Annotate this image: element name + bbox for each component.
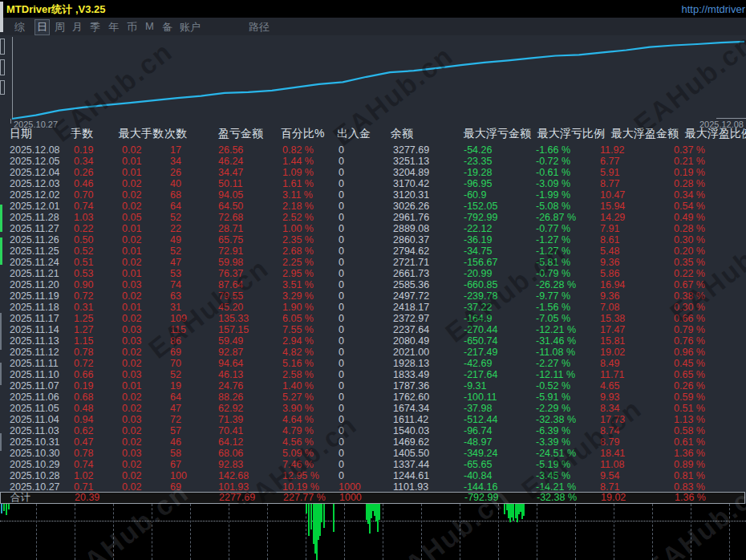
table-cell: -2.29 % xyxy=(536,403,570,414)
table-cell: 0.94 xyxy=(74,414,93,425)
table-row[interactable]: 2025.12.080.190.021726.560.82 %03277.69-… xyxy=(0,144,746,156)
table-cell: 0.62 xyxy=(74,425,93,436)
table-header-row: 日期手数最大手数次数盈亏金额百分比%出入金余额最大浮亏金额最大浮亏比例最大浮盈金… xyxy=(0,127,746,143)
table-cell: 0.22 % xyxy=(674,268,705,279)
table-row[interactable]: 2025.12.010.740.026464.502.18 %03026.26-… xyxy=(0,201,746,212)
table-cell: 2.18 % xyxy=(282,201,314,212)
table-row[interactable]: 2025.11.141.270.03115157.157.55 %02237.6… xyxy=(0,324,746,335)
table-cell: 72 xyxy=(170,414,181,425)
table-cell: 0.02 xyxy=(122,234,141,246)
table-row[interactable]: 2025.10.310.470.024664.124.56 %01469.62-… xyxy=(0,436,746,448)
drawdown-bar xyxy=(323,504,325,528)
table-cell: 0 xyxy=(339,335,344,347)
table-cell: -144.16 xyxy=(464,481,497,493)
table-cell: 0.05 xyxy=(122,212,141,223)
table-row[interactable]: 2025.11.120.780.026992.874.82 %02021.00-… xyxy=(0,347,746,358)
table-cell: 68 xyxy=(170,189,181,201)
table-row[interactable]: 2025.12.030.460.024050.111.61 %03170.42-… xyxy=(0,178,746,189)
gridline xyxy=(344,504,345,560)
table-cell: 2.58 % xyxy=(282,369,314,380)
table-cell: -96.95 xyxy=(464,178,492,189)
table-cell: -40.84 xyxy=(464,470,492,481)
menu-item-币[interactable]: 币 xyxy=(127,20,137,34)
table-cell: 53 xyxy=(170,268,181,279)
table-row[interactable]: 2025.12.040.260.012634.471.09 %03204.89-… xyxy=(0,167,746,178)
table-cell: 64 xyxy=(170,201,181,212)
column-header: 次数 xyxy=(164,127,187,141)
table-row[interactable]: 2025.10.290.740.026792.837.46 %01337.44-… xyxy=(0,459,746,470)
table-cell: 86 xyxy=(170,335,181,347)
column-header: 最大浮盈比例 xyxy=(685,127,746,141)
table-row[interactable]: 2025.11.060.680.026488.265.27 %01762.60-… xyxy=(0,392,746,403)
table-cell: 3.51 % xyxy=(282,279,314,290)
table-cell: 135.33 xyxy=(218,313,249,324)
menu-item-周[interactable]: 周 xyxy=(55,20,65,34)
column-header: 最大浮亏比例 xyxy=(537,127,605,141)
table-row[interactable]: 2025.11.210.530.015376.372.95 %02661.73-… xyxy=(0,268,746,279)
table-row[interactable]: 2025.11.270.220.012228.711.00 %02889.08-… xyxy=(0,223,746,234)
table-cell: 0 xyxy=(339,189,344,201)
total-cell: 2277.69 xyxy=(219,493,255,503)
menu-item-月[interactable]: 月 xyxy=(72,20,83,34)
table-cell: -96.74 xyxy=(464,425,492,436)
table-cell: 4.82 % xyxy=(282,347,314,358)
menu-item-综[interactable]: 综 xyxy=(14,20,25,34)
table-row[interactable]: 2025.12.050.340.013446.241.44 %03251.13-… xyxy=(0,156,746,167)
menu-item-M[interactable]: M xyxy=(145,20,154,32)
table-cell: 6.77 xyxy=(600,156,619,167)
table-row[interactable]: 2025.11.250.520.015272.912.68 %02794.62-… xyxy=(0,246,746,257)
table-cell: -0.72 % xyxy=(536,156,570,167)
table-cell: 59.49 xyxy=(218,335,243,347)
website-link[interactable]: http://mtdriver xyxy=(682,3,745,15)
table-cell: 0.21 % xyxy=(674,156,705,167)
table-cell: 0 xyxy=(339,358,344,369)
table-cell: 3026.26 xyxy=(393,201,429,212)
menu-item-路径[interactable]: 路径 xyxy=(249,20,270,34)
total-row[interactable]: 合计20.392277.69227.77 %1000-792.99-32.38 … xyxy=(0,492,745,504)
table-cell: 59.98 xyxy=(218,257,243,268)
table-row[interactable]: 2025.12.020.700.026894.053.11 %03120.31-… xyxy=(0,189,746,201)
table-row[interactable]: 2025.11.281.030.055272.682.52 %02961.76-… xyxy=(0,212,746,223)
menu-item-季[interactable]: 季 xyxy=(90,20,100,34)
table-row[interactable]: 2025.11.110.720.027094.645.16 %01928.13-… xyxy=(0,358,746,369)
table-cell: 0.01 xyxy=(122,167,141,178)
table-row[interactable]: 2025.11.050.480.024762.923.90 %01674.34-… xyxy=(0,403,746,414)
table-cell: 0.01 xyxy=(122,223,141,234)
menu-item-年[interactable]: 年 xyxy=(108,20,119,34)
column-header: 最大手数 xyxy=(119,127,164,141)
table-row[interactable]: 2025.11.100.660.035246.132.58 %01833.49-… xyxy=(0,369,746,380)
column-header: 最大浮盈金额 xyxy=(611,127,679,141)
table-row[interactable]: 2025.10.281.020.02100142.6812.95 %01244.… xyxy=(0,470,746,481)
column-header: 最大浮亏金额 xyxy=(464,127,531,141)
table-cell: -20.99 xyxy=(464,268,492,279)
drawdown-bar xyxy=(8,504,10,509)
total-cell: 20.39 xyxy=(75,493,99,503)
table-row[interactable]: 2025.10.300.780.035868.065.09 %01405.50-… xyxy=(0,448,746,459)
menu-item-备[interactable]: 备 xyxy=(162,20,172,34)
table-row[interactable]: 2025.11.030.620.025770.414.79 %01540.03-… xyxy=(0,425,746,436)
table-cell: 2025.11.17 xyxy=(10,313,59,324)
table-cell: 0.02 xyxy=(122,481,141,493)
table-row[interactable]: 2025.10.270.710.0269101.9310.19 %1000110… xyxy=(0,481,746,493)
table-row[interactable]: 2025.11.260.500.024965.752.35 %02860.37-… xyxy=(0,234,746,246)
table-cell: 2.68 % xyxy=(282,246,314,257)
table-cell: 8.77 xyxy=(600,178,619,189)
menu-item-账户[interactable]: 账户 xyxy=(180,20,201,34)
table-row[interactable]: 2025.11.190.720.026379.553.29 %02497.72-… xyxy=(0,290,746,302)
table-cell: 0.03 xyxy=(122,369,141,380)
table-row[interactable]: 2025.11.070.190.011924.761.40 %01787.36-… xyxy=(0,380,746,392)
table-cell: 1.03 xyxy=(74,212,93,223)
table-row[interactable]: 2025.11.040.940.037271.394.64 %01611.42-… xyxy=(0,414,746,425)
table-cell: -1.27 % xyxy=(536,234,570,246)
table-cell: 1.02 xyxy=(74,470,93,481)
table-row[interactable]: 2025.11.131.150.038659.492.94 %02080.49-… xyxy=(0,335,746,347)
table-cell: 5.48 xyxy=(600,246,619,257)
table-cell: -12.11 % xyxy=(536,369,575,380)
table-cell: -48.97 xyxy=(464,436,492,448)
table-row[interactable]: 2025.11.180.310.013145.201.90 %02418.17-… xyxy=(0,302,746,313)
table-cell: 0.28 % xyxy=(674,223,705,234)
table-row[interactable]: 2025.11.240.510.024759.982.25 %02721.71-… xyxy=(0,257,746,268)
table-row[interactable]: 2025.11.171.250.02109135.336.05 %02372.9… xyxy=(0,313,746,324)
table-row[interactable]: 2025.11.200.900.037487.643.51 %02585.36-… xyxy=(0,279,746,290)
menu-item-日[interactable]: 日 xyxy=(35,20,49,34)
